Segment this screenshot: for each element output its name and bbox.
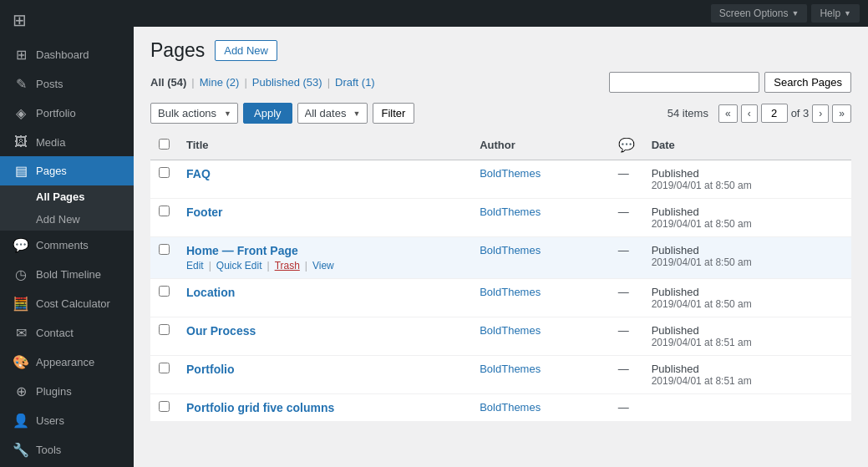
page-title-link[interactable]: Our Process bbox=[186, 324, 256, 338]
action-separator: | bbox=[209, 260, 211, 272]
author-link[interactable]: BoldThemes bbox=[480, 244, 541, 256]
search-input[interactable] bbox=[609, 72, 759, 93]
first-page-button[interactable]: « bbox=[718, 104, 738, 123]
page-title-link[interactable]: Location bbox=[186, 286, 235, 299]
filter-button[interactable]: Filter bbox=[373, 103, 415, 124]
page-date: 2019/04/01 at 8:50 am bbox=[652, 298, 843, 310]
page-title-link[interactable]: FAQ bbox=[186, 167, 211, 180]
page-status: Published bbox=[652, 244, 843, 256]
search-area: Search Pages bbox=[609, 72, 851, 93]
title-header[interactable]: Title bbox=[178, 130, 471, 160]
sidebar-item-appearance[interactable]: 🎨 Appearance bbox=[0, 348, 134, 377]
pages-submenu: All Pages Add New bbox=[0, 185, 134, 231]
help-button[interactable]: Help ▼ bbox=[811, 4, 860, 23]
page-title-link[interactable]: Home — Front Page bbox=[186, 244, 298, 257]
date-filter-select[interactable]: All dates bbox=[297, 103, 368, 124]
author-link[interactable]: BoldThemes bbox=[480, 167, 541, 180]
apply-button[interactable]: Apply bbox=[243, 103, 292, 124]
sidebar-item-contact[interactable]: ✉ Contact bbox=[0, 318, 134, 348]
author-link[interactable]: BoldThemes bbox=[480, 363, 541, 375]
author-link[interactable]: BoldThemes bbox=[480, 206, 541, 218]
sidebar-item-comments[interactable]: 💬 Comments bbox=[0, 231, 134, 260]
portfolio-icon: ◈ bbox=[13, 105, 29, 121]
row-checkbox[interactable] bbox=[159, 244, 170, 255]
sidebar-item-label: Portfolio bbox=[36, 107, 76, 119]
author-header: Author bbox=[471, 130, 609, 160]
comments-header: 💬 bbox=[610, 130, 643, 160]
row-actions: Edit | Quick Edit | Trash | View bbox=[186, 260, 463, 272]
author-link[interactable]: BoldThemes bbox=[480, 401, 541, 414]
select-all-header bbox=[150, 130, 178, 160]
sidebar-item-portfolio[interactable]: ◈ Portfolio bbox=[0, 99, 134, 128]
sidebar-item-label: Appearance bbox=[36, 356, 94, 368]
sidebar-item-label: Bold Timeline bbox=[36, 268, 101, 281]
sidebar-item-dashboard[interactable]: ⊞ Dashboard bbox=[0, 40, 134, 69]
action-separator: | bbox=[305, 260, 307, 272]
trash-link[interactable]: Trash bbox=[275, 260, 300, 272]
author-link[interactable]: BoldThemes bbox=[480, 286, 541, 298]
submenu-add-new[interactable]: Add New bbox=[0, 208, 134, 231]
sidebar-item-label: Plugins bbox=[36, 385, 72, 398]
row-checkbox[interactable] bbox=[159, 324, 170, 335]
help-chevron-icon: ▼ bbox=[844, 9, 851, 18]
page-date: 2019/04/01 at 8:51 am bbox=[652, 337, 843, 348]
date-header[interactable]: Date bbox=[643, 130, 851, 160]
row-checkbox[interactable] bbox=[159, 206, 170, 216]
quick-edit-link[interactable]: Quick Edit bbox=[216, 260, 262, 272]
next-page-button[interactable]: › bbox=[812, 104, 829, 123]
page-status: Published bbox=[652, 363, 843, 375]
edit-link[interactable]: Edit bbox=[186, 260, 204, 272]
topbar: Screen Options ▼ Help ▼ bbox=[134, 0, 868, 27]
table-row: LocationBoldThemes—Published2019/04/01 a… bbox=[150, 279, 851, 317]
row-checkbox[interactable] bbox=[159, 363, 170, 373]
screen-options-button[interactable]: Screen Options ▼ bbox=[711, 4, 808, 23]
filter-draft[interactable]: Draft (1) bbox=[335, 76, 375, 89]
view-link[interactable]: View bbox=[312, 260, 334, 272]
sidebar-item-media[interactable]: 🖼 Media bbox=[0, 128, 134, 156]
toolbar: Bulk actions Apply All dates Filter 54 i… bbox=[150, 103, 851, 124]
sidebar-item-pages[interactable]: ▤ Pages bbox=[0, 156, 134, 185]
page-number-input[interactable] bbox=[761, 104, 788, 123]
action-separator: | bbox=[267, 260, 270, 272]
sidebar-item-label: Tools bbox=[36, 444, 61, 456]
sidebar-item-tools[interactable]: 🔧 Tools bbox=[0, 435, 134, 464]
page-header: Pages Add New bbox=[150, 39, 851, 62]
bulk-actions-wrap: Bulk actions bbox=[150, 103, 238, 124]
media-icon: 🖼 bbox=[13, 135, 29, 150]
filter-links: All (54) | Mine (2) | Published (53) | D… bbox=[150, 72, 851, 93]
select-all-checkbox[interactable] bbox=[159, 139, 170, 150]
filter-all[interactable]: All (54) bbox=[150, 76, 186, 89]
sidebar-item-users[interactable]: 👤 Users bbox=[0, 406, 134, 435]
posts-icon: ✎ bbox=[13, 76, 29, 92]
row-checkbox[interactable] bbox=[159, 286, 170, 297]
sidebar-item-bold-timeline[interactable]: ◷ Bold Timeline bbox=[0, 260, 134, 289]
sidebar-item-label: Posts bbox=[36, 78, 63, 90]
row-checkbox[interactable] bbox=[159, 167, 170, 178]
page-title-link[interactable]: Footer bbox=[186, 206, 223, 219]
filter-mine[interactable]: Mine (2) bbox=[200, 76, 240, 89]
author-link[interactable]: BoldThemes bbox=[480, 324, 541, 337]
sidebar-item-label: Media bbox=[36, 136, 65, 149]
contact-icon: ✉ bbox=[13, 325, 29, 341]
row-checkbox[interactable] bbox=[159, 401, 170, 412]
sidebar-item-cost-calculator[interactable]: 🧮 Cost Calculator bbox=[0, 289, 134, 318]
page-title-link[interactable]: Portfolio bbox=[186, 363, 235, 376]
sidebar-item-plugins[interactable]: ⊕ Plugins bbox=[0, 377, 134, 406]
last-page-button[interactable]: » bbox=[832, 104, 851, 123]
cost-calc-icon: 🧮 bbox=[13, 296, 29, 312]
comment-count: — bbox=[610, 237, 643, 279]
filter-published[interactable]: Published (53) bbox=[252, 76, 322, 89]
submenu-all-pages[interactable]: All Pages bbox=[0, 185, 134, 208]
pages-icon: ▤ bbox=[13, 163, 29, 179]
page-date bbox=[643, 394, 851, 422]
page-date: 2019/04/01 at 8:50 am bbox=[652, 218, 843, 230]
add-new-button[interactable]: Add New bbox=[215, 40, 277, 61]
sidebar-item-label: Dashboard bbox=[36, 48, 89, 61]
page-title-link[interactable]: Portfolio grid five columns bbox=[186, 401, 334, 414]
sidebar-item-posts[interactable]: ✎ Posts bbox=[0, 69, 134, 99]
prev-page-button[interactable]: ‹ bbox=[741, 104, 758, 123]
search-pages-button[interactable]: Search Pages bbox=[764, 72, 851, 93]
bulk-actions-select[interactable]: Bulk actions bbox=[150, 103, 238, 124]
screen-options-chevron-icon: ▼ bbox=[791, 9, 799, 18]
of-text: of 3 bbox=[791, 107, 810, 119]
